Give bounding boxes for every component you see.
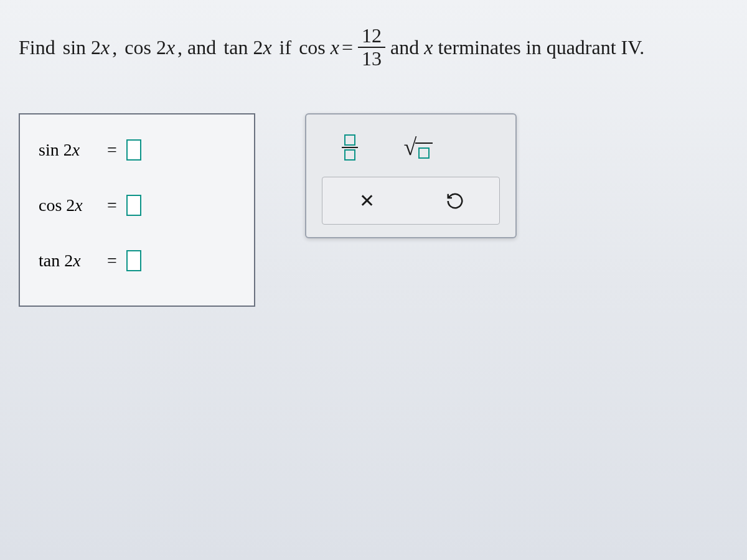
input-cos2x[interactable] bbox=[126, 195, 141, 216]
clear-button[interactable]: ✕ bbox=[351, 187, 382, 215]
answer-row-sin: sin 2x = bbox=[39, 139, 235, 161]
fraction-icon bbox=[342, 133, 358, 162]
sqrt-tool-button[interactable]: √ bbox=[403, 133, 434, 161]
undo-icon bbox=[446, 192, 464, 210]
fraction-tool-button[interactable] bbox=[334, 133, 365, 161]
input-tan2x[interactable] bbox=[126, 250, 141, 271]
sqrt-icon: √ bbox=[404, 136, 433, 159]
question-prompt: Find sin 2x, cos 2x, and tan 2x if cos x… bbox=[19, 25, 728, 70]
answer-panel: sin 2x = cos 2x = tan 2x = bbox=[19, 113, 255, 307]
answer-row-tan: tan 2x = bbox=[39, 250, 235, 271]
input-sin2x[interactable] bbox=[126, 139, 141, 161]
answer-row-cos: cos 2x = bbox=[39, 195, 235, 216]
x-icon: ✕ bbox=[359, 190, 375, 212]
math-toolbox: √ ✕ bbox=[305, 113, 517, 238]
reset-button[interactable] bbox=[439, 187, 471, 215]
fraction-display: 12 13 bbox=[358, 25, 385, 70]
